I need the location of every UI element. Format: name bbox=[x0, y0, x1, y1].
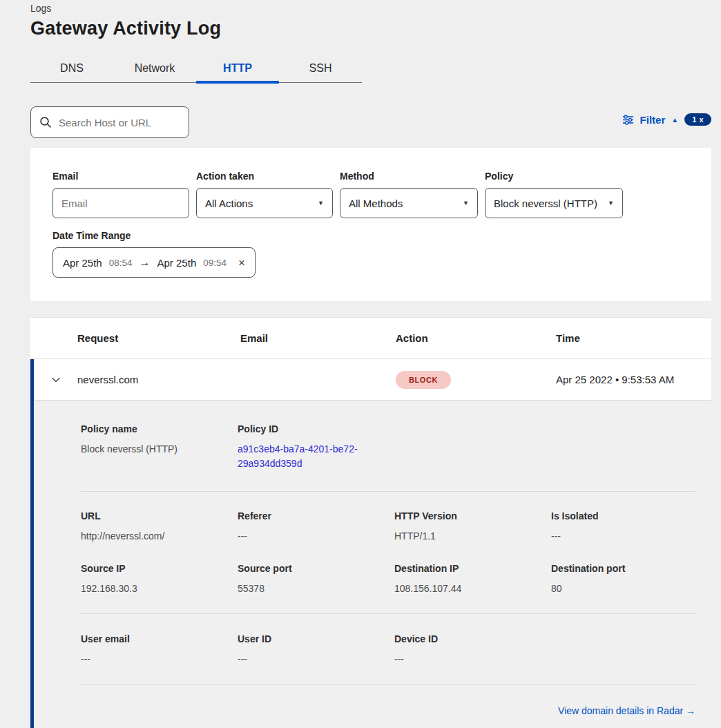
is-isolated-value: --- bbox=[551, 529, 695, 544]
header-action: Action bbox=[396, 332, 556, 344]
cell-request: neverssl.com bbox=[77, 374, 240, 385]
source-port-label: Source port bbox=[238, 563, 382, 574]
http-version-label: HTTP Version bbox=[394, 510, 539, 521]
chevron-down-icon: ▼ bbox=[608, 200, 614, 207]
url-value: http://neverssl.com/ bbox=[81, 529, 225, 544]
filter-field-policy: Policy Block neverssl (HTTP) ▼ bbox=[485, 171, 623, 218]
url-label: URL bbox=[81, 510, 225, 521]
chevron-down-icon: ▼ bbox=[318, 200, 324, 207]
method-value: All Methods bbox=[349, 198, 403, 209]
filter-field-email: Email bbox=[52, 171, 189, 218]
tab-ssh[interactable]: SSH bbox=[279, 55, 362, 82]
tab-dns[interactable]: DNS bbox=[30, 55, 113, 82]
destination-ip-value: 108.156.107.44 bbox=[394, 582, 539, 596]
http-version-value: HTTP/1.1 bbox=[394, 529, 539, 544]
filter-field-method: Method All Methods ▼ bbox=[340, 171, 478, 218]
policy-name-label: Policy name bbox=[81, 423, 225, 434]
tab-http[interactable]: HTTP bbox=[196, 55, 279, 82]
date-range-label: Date Time Range bbox=[52, 230, 689, 241]
view-radar-link[interactable]: View domain details in Radar → bbox=[558, 705, 695, 716]
filter-field-action-taken: Action taken All Actions ▼ bbox=[196, 171, 333, 218]
detail-policy-id: Policy ID a91c3eb4-ba7a-4201-be72-29a934… bbox=[238, 423, 382, 471]
detail-is-isolated: Is Isolated --- bbox=[551, 510, 695, 544]
referer-value: --- bbox=[238, 529, 382, 544]
filter-icon bbox=[622, 115, 634, 125]
log-entry-details: Policy name Block neverssl (HTTP) Policy… bbox=[34, 401, 711, 728]
user-id-label: User ID bbox=[238, 633, 382, 644]
header-request: Request bbox=[77, 332, 240, 344]
filter-field-date-range: Date Time Range Apr 25th 08:54 → Apr 25t… bbox=[52, 230, 689, 278]
source-port-value: 55378 bbox=[238, 582, 382, 596]
expanded-log-entry: neverssl.com BLOCK Apr 25 2022 • 9:53:53… bbox=[30, 359, 711, 728]
detail-url: URL http://neverssl.com/ bbox=[81, 510, 225, 544]
detail-source-port: Source port 55378 bbox=[238, 563, 382, 596]
detail-policy-name: Policy name Block neverssl (HTTP) bbox=[81, 423, 225, 471]
is-isolated-label: Is Isolated bbox=[551, 510, 695, 521]
filter-panel: Email Action taken All Actions ▼ Method … bbox=[30, 148, 711, 301]
chevron-down-icon[interactable] bbox=[50, 374, 61, 385]
date-range-picker[interactable]: Apr 25th 08:54 → Apr 25th 09:54 × bbox=[52, 247, 256, 278]
referer-label: Referer bbox=[238, 510, 382, 521]
action-taken-label: Action taken bbox=[196, 171, 333, 182]
device-id-label: Device ID bbox=[394, 633, 539, 644]
source-ip-label: Source IP bbox=[81, 563, 225, 574]
tab-network[interactable]: Network bbox=[113, 55, 196, 82]
destination-ip-label: Destination IP bbox=[394, 563, 539, 574]
source-ip-value: 192.168.30.3 bbox=[81, 582, 225, 596]
email-filter-label: Email bbox=[52, 171, 189, 182]
detail-destination-ip: Destination IP 108.156.107.44 bbox=[394, 563, 539, 596]
activity-log-table: Request Email Action Time neverssl.com B… bbox=[30, 318, 711, 728]
arrow-right-icon: → bbox=[140, 256, 151, 269]
destination-port-value: 80 bbox=[551, 582, 695, 596]
policy-label: Policy bbox=[485, 171, 623, 182]
policy-id-link[interactable]: a91c3eb4-ba7a-4201-be72-29a934dd359d bbox=[238, 442, 376, 471]
method-select[interactable]: All Methods ▼ bbox=[340, 188, 478, 218]
user-email-value: --- bbox=[81, 652, 225, 667]
detail-destination-port: Destination port 80 bbox=[551, 563, 695, 596]
chevron-down-icon: ▼ bbox=[463, 200, 469, 207]
start-time: 08:54 bbox=[109, 258, 133, 268]
end-date: Apr 25th bbox=[157, 257, 197, 269]
detail-user-email: User email --- bbox=[81, 633, 225, 667]
clear-date-range-icon[interactable]: × bbox=[238, 257, 245, 269]
header-email: Email bbox=[240, 332, 396, 344]
detail-source-ip: Source IP 192.168.30.3 bbox=[81, 563, 225, 596]
search-input[interactable] bbox=[59, 117, 180, 128]
filter-count-badge[interactable]: 1 x bbox=[684, 113, 711, 126]
detail-http-version: HTTP Version HTTP/1.1 bbox=[394, 510, 539, 544]
end-time: 09:54 bbox=[203, 258, 227, 268]
search-box[interactable] bbox=[30, 106, 189, 138]
gateway-activity-log-page: Logs Gateway Activity Log DNS Network HT… bbox=[0, 0, 721, 728]
user-email-label: User email bbox=[81, 633, 225, 644]
method-label: Method bbox=[340, 171, 478, 182]
email-filter-input[interactable] bbox=[61, 198, 180, 209]
start-date: Apr 25th bbox=[63, 257, 102, 269]
collapse-caret-icon[interactable]: ▲ bbox=[671, 116, 678, 124]
breadcrumb[interactable]: Logs bbox=[30, 3, 721, 14]
page-title: Gateway Activity Log bbox=[30, 18, 721, 39]
cell-time: Apr 25 2022 • 9:53:53 AM bbox=[556, 374, 711, 385]
detail-device-id: Device ID --- bbox=[394, 633, 539, 667]
filter-toggle-button[interactable]: Filter bbox=[640, 114, 666, 126]
destination-port-label: Destination port bbox=[551, 563, 695, 574]
search-icon bbox=[39, 116, 52, 128]
policy-name-value: Block neverssl (HTTP) bbox=[81, 442, 225, 457]
policy-id-label: Policy ID bbox=[238, 423, 382, 434]
search-filter-row: Filter ▲ 1 x bbox=[30, 106, 711, 138]
policy-value: Block neverssl (HTTP) bbox=[494, 198, 597, 209]
detail-referer: Referer --- bbox=[238, 510, 382, 544]
block-action-badge: BLOCK bbox=[396, 371, 451, 389]
policy-select[interactable]: Block neverssl (HTTP) ▼ bbox=[485, 188, 623, 218]
log-type-tabs: DNS Network HTTP SSH bbox=[30, 55, 362, 83]
user-id-value: --- bbox=[238, 652, 382, 667]
action-taken-select[interactable]: All Actions ▼ bbox=[196, 188, 333, 218]
device-id-value: --- bbox=[394, 652, 539, 667]
table-row[interactable]: neverssl.com BLOCK Apr 25 2022 • 9:53:53… bbox=[34, 359, 711, 401]
table-header-row: Request Email Action Time bbox=[30, 318, 711, 359]
filter-controls: Filter ▲ 1 x bbox=[622, 113, 711, 126]
header-time: Time bbox=[556, 332, 711, 344]
detail-user-id: User ID --- bbox=[238, 633, 382, 667]
action-taken-value: All Actions bbox=[205, 198, 253, 209]
